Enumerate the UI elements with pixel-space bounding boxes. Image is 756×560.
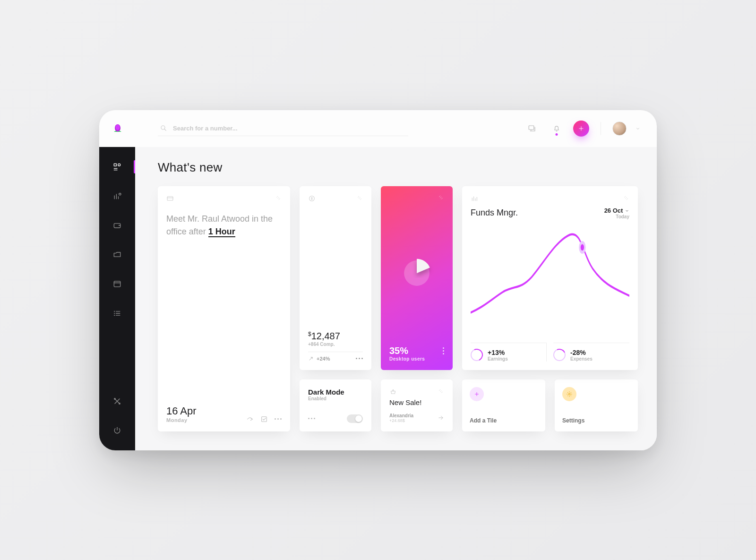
sale-location: Alexandria (389, 413, 413, 418)
new-button[interactable] (573, 121, 589, 137)
dark-mode-card[interactable]: Dark Mode Enabled (300, 379, 371, 431)
app-window: Search for a number... (99, 110, 657, 450)
sidebar-item-window[interactable] (99, 275, 135, 293)
svg-point-14 (119, 193, 121, 195)
more-icon[interactable] (308, 418, 315, 419)
expenses-label: Expenses (570, 356, 593, 362)
drag-handle-icon[interactable] (438, 195, 444, 201)
sidebar-item-power[interactable] (99, 421, 135, 440)
drag-handle-icon[interactable] (438, 388, 444, 395)
notifications-button[interactable] (549, 121, 565, 137)
sale-amount: +24.68$ (389, 418, 413, 423)
expenses-value: -28% (570, 349, 593, 356)
funds-line-chart (471, 222, 629, 338)
ring-chart-icon (471, 349, 483, 361)
dark-mode-title: Dark Mode (308, 388, 363, 396)
meeting-message: Meet Mr. Raul Atwood in the office after… (166, 213, 282, 238)
earnings-stat: +13% Earnings (471, 343, 547, 362)
search-input[interactable]: Search for a number... (158, 121, 408, 136)
svg-point-22 (114, 315, 115, 315)
sidebar-item-tools[interactable] (99, 392, 135, 411)
app-logo[interactable] (110, 121, 126, 137)
meeting-card[interactable]: Meet Mr. Raul Atwood in the office after… (158, 186, 290, 431)
meeting-emphasis: 1 Hour (208, 227, 235, 237)
notification-dot (556, 133, 558, 136)
search-icon (160, 124, 167, 132)
list-icon (112, 309, 122, 318)
svg-line-3 (164, 129, 166, 130)
revenue-subline: +864 Comp. (308, 342, 363, 347)
svg-point-20 (114, 313, 115, 313)
funds-title: Funds Mngr. (471, 208, 518, 218)
power-icon (112, 426, 122, 435)
settings-tile-button[interactable]: Settings (555, 379, 638, 431)
chat-icon (528, 124, 536, 133)
new-sale-card[interactable]: New Sale! Alexandria +24.68$ (381, 379, 453, 431)
avatar[interactable] (612, 121, 627, 136)
pie-chart (389, 201, 444, 345)
revenue-card[interactable]: $12,487 +864 Comp. +24% (300, 186, 371, 370)
sidebar-item-analytics[interactable] (99, 187, 135, 206)
pie-label: Desktop users (389, 356, 444, 362)
sidebar-item-dashboard[interactable] (99, 157, 135, 176)
ring-chart-icon (553, 349, 566, 361)
checkbox-icon[interactable] (260, 415, 268, 423)
bars-icon (471, 195, 478, 202)
earnings-label: Earnings (488, 356, 508, 362)
earnings-value: +13% (488, 349, 508, 356)
pie-value: 35% (389, 345, 408, 356)
sidebar-item-wallet[interactable] (99, 216, 135, 235)
page-title: What's new (158, 160, 638, 175)
settings-tile-label: Settings (562, 417, 630, 424)
wallet-icon (112, 221, 122, 230)
basket-icon (389, 388, 397, 396)
chevron-down-icon[interactable] (635, 126, 641, 131)
topbar: Search for a number... (99, 110, 657, 147)
expenses-stat: -28% Expenses (553, 343, 629, 362)
main-content: What's new Meet Mr. Raul Atwood in the o… (135, 147, 657, 450)
svg-rect-16 (114, 281, 120, 287)
meeting-date: 16 Apr (166, 405, 197, 417)
drag-handle-icon[interactable] (275, 195, 282, 202)
dark-mode-state: Enabled (308, 396, 363, 401)
divider (601, 122, 601, 135)
tools-icon (112, 396, 122, 406)
funds-card[interactable]: Funds Mngr. 26 Oct Today (462, 186, 638, 370)
sale-title: New Sale! (389, 398, 444, 406)
svg-point-39 (568, 393, 570, 395)
bell-icon (552, 124, 561, 133)
sidebar-item-files[interactable] (99, 245, 135, 264)
add-tile-button[interactable]: Add a Tile (462, 379, 545, 431)
more-icon[interactable] (275, 418, 282, 420)
card-icon (166, 195, 174, 202)
chevron-down-icon (625, 208, 629, 213)
svg-point-36 (581, 244, 584, 250)
drag-handle-icon[interactable] (356, 195, 363, 202)
analytics-icon (112, 191, 122, 201)
funds-date-picker[interactable]: 26 Oct Today (604, 207, 629, 219)
search-placeholder: Search for a number... (173, 125, 238, 132)
window-icon (112, 279, 122, 289)
revenue-amount: $12,487 (308, 331, 363, 342)
more-icon[interactable] (356, 358, 363, 359)
arrow-right-icon[interactable] (438, 414, 444, 421)
svg-rect-7 (114, 164, 116, 166)
sidebar (99, 147, 135, 450)
svg-point-18 (114, 311, 115, 311)
dashboard-icon (112, 162, 122, 172)
dark-mode-toggle[interactable] (347, 414, 363, 423)
currency-icon (308, 195, 316, 202)
svg-rect-28 (262, 416, 267, 422)
svg-point-8 (118, 164, 120, 166)
sidebar-item-list[interactable] (99, 304, 135, 323)
gear-icon (562, 387, 576, 401)
meeting-day: Monday (166, 417, 197, 423)
drag-handle-icon[interactable] (623, 195, 629, 202)
svg-point-1 (116, 124, 120, 130)
desktop-users-card[interactable]: 35% Desktop users (381, 186, 453, 370)
svg-rect-4 (529, 126, 534, 129)
share-icon[interactable] (246, 415, 254, 423)
plus-circle-icon (470, 387, 484, 401)
messages-button[interactable] (524, 121, 540, 137)
more-icon[interactable] (443, 347, 444, 354)
